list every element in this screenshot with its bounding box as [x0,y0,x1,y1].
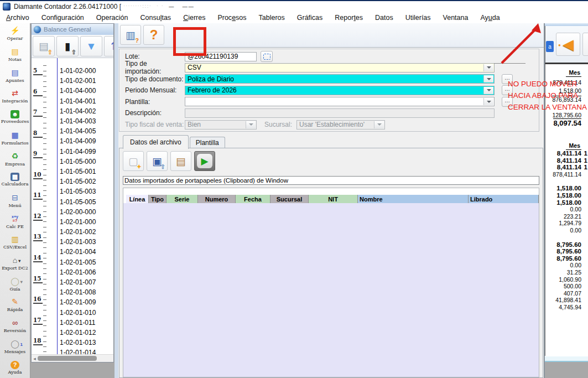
lote-selection-button[interactable] [261,51,273,62]
column-header-sucursal[interactable]: Sucursal [270,195,309,203]
save-template-button[interactable]: ▣⇧ [147,151,168,171]
account-row[interactable]: 1-01-04-000 [58,86,113,96]
account-row[interactable]: 1-02-01-011 [58,318,113,328]
tab-plantilla[interactable]: Plantilla [190,137,225,149]
plantilla-combobox[interactable] [185,97,495,106]
account-row[interactable]: 1-02-01-002 [58,227,113,237]
column-header-librado[interactable]: Librado [469,195,539,203]
usb-export-button[interactable]: ▮⇧ [56,36,79,56]
sidebar-item-reversion[interactable]: ∞Reversión [0,315,30,336]
view-help-button[interactable]: ▥? [120,25,141,45]
export-disk-button[interactable]: ▤⇧ [33,36,55,56]
account-row[interactable]: 1-01-04-001 [58,96,113,106]
nav-previous-2-button[interactable]: ◀ [582,33,588,56]
grid-body[interactable] [123,203,539,377]
nav-previous-button[interactable]: ◀● [556,33,580,56]
sidebar-item-operar[interactable]: ⚡Operar [0,23,30,44]
account-row[interactable]: 1-02-01-003 [58,237,113,247]
help-icon: ? [11,361,19,369]
periodo-mensual-combobox[interactable]: Febrero de 2026 [185,86,495,95]
sort-button[interactable]: ⇅2 [104,36,113,56]
tab-datos-del-archivo[interactable]: Datos del archivo [123,135,189,149]
tipo-importacion-combobox[interactable]: CSV [185,63,495,73]
paste-partial-button[interactable]: a [546,41,554,52]
chevron-down-icon[interactable] [483,98,493,105]
menu-item-consultas[interactable]: Consultas [134,14,178,22]
sidebar-item-guia[interactable]: ◯▾Guía [0,273,30,294]
account-row[interactable]: 1-02-01-006 [58,267,113,277]
sidebar-item-calculadora[interactable]: ▦Calculadora [0,169,30,190]
sidebar-item-ayuda[interactable]: ?Ayuda [0,357,30,378]
menu-item-reportes[interactable]: Reportes [329,14,369,22]
column-header-numero[interactable]: Numero [198,195,236,203]
scroll-left-icon[interactable]: ◂ [32,356,38,361]
account-row[interactable]: 1-01-04-003 [58,116,113,126]
menu-item-configuracion[interactable]: Configuración [35,14,90,22]
sidebar-item-export-dc2[interactable]: ⌂▾Export DC2 [0,253,30,274]
column-header-nombre[interactable]: Nombre [358,195,469,203]
chevron-down-icon[interactable] [483,64,493,71]
sidebar-item-apuntes[interactable]: ▤Apuntes [0,65,30,86]
account-row[interactable]: 1-02-01-009 [58,297,113,307]
menu-item-ventana[interactable]: Ventana [437,14,475,22]
column-header-fecha[interactable]: Fecha [236,195,270,203]
account-row[interactable]: 1-01-04-009 [58,136,113,146]
sidebar-item-empresa[interactable]: ♻Empresa [0,148,30,169]
sidebar-item-mensajes[interactable]: ◯1Mensajes [0,336,30,358]
account-row[interactable]: 1-02-01-013 [58,338,113,348]
menu-item-operacion[interactable]: Operación [90,14,134,22]
account-row[interactable]: 1-01-05-003 [58,187,113,196]
sidebar-item-menu[interactable]: ⊟Menú [0,190,30,211]
paste-clipboard-button[interactable]: ▤ [170,151,191,171]
menu-item-cierres[interactable]: Cierres [177,14,211,22]
account-row[interactable]: 1-01-05-002 [58,177,113,187]
account-row[interactable]: 1-01-05-001 [58,167,113,177]
account-row[interactable]: 1-01-05-005 [58,196,113,206]
new-template-button[interactable]: ▢✦ [123,151,144,171]
sidebar-item-formularios[interactable]: ▦Formularios [0,128,30,149]
account-row[interactable]: 1-02-00-000 [58,207,113,217]
menu-item-ayuda[interactable]: Ayuda [474,14,506,22]
sidebar-item-notas[interactable]: ▤Notas [0,44,30,65]
menu-item-utilerias[interactable]: Utilerías [399,14,437,22]
balance-general-titlebar[interactable]: Balance General [32,24,113,35]
account-row[interactable]: 1-01-02-000 [58,66,113,76]
run-import-button[interactable]: ▶ [194,151,215,171]
account-row[interactable]: 1-02-01-008 [58,287,113,297]
chevron-down-icon[interactable] [483,75,493,82]
sidebar-item-csv-excel[interactable]: ▥CSV/Excel [0,232,30,253]
tipo-documento-combobox[interactable]: Poliza de Diario [185,74,495,84]
menu-item-procesos[interactable]: Procesos [211,14,252,22]
sidebar-item-proveedores[interactable]: ☻Proveedores [0,107,30,128]
column-header-linea[interactable]: Línea [126,195,149,203]
account-row[interactable]: 1-02-01-012 [58,328,113,338]
menu-item-datos[interactable]: Datos [369,14,399,22]
sidebar-item-calc-fe[interactable]: x+y=?Calc FE [0,211,30,232]
scrollbar-thumb[interactable] [38,356,97,361]
account-row[interactable]: 1-02-01-007 [58,277,113,287]
account-row[interactable]: 1-02-01-010 [58,308,113,318]
horizontal-scrollbar[interactable]: ◂ [32,354,113,362]
account-row[interactable]: 1-02-01-005 [58,257,113,267]
menu-item-tableros[interactable]: Tableros [253,14,291,22]
account-row[interactable]: 1-01-04-099 [58,147,113,157]
account-row[interactable]: 1-01-05-000 [58,157,113,167]
help-button[interactable]: ? [143,25,164,45]
filter-button[interactable]: ▼ [80,36,102,56]
file-data-toolbar: ▢✦▣⇧▤▶ [123,151,215,171]
account-row[interactable]: 1-01-04-005 [58,126,113,136]
menu-item-archivo[interactable]: Archivo [0,14,35,22]
sidebar-item-rapida[interactable]: ✎Rápida [0,294,30,315]
account-row[interactable]: 1-02-01-000 [58,217,113,227]
column-header-tipo[interactable]: Tipo [149,195,166,203]
tipo-fiscal-label: Tipo fiscal de venta: [125,121,185,128]
column-header-nit[interactable]: NIT [309,195,358,203]
menu-item-graficas[interactable]: Gráficas [291,14,329,22]
chevron-down-icon[interactable] [483,87,493,94]
account-row[interactable]: 1-01-02-001 [58,76,113,86]
account-row[interactable]: 1-02-01-004 [58,247,113,257]
account-row[interactable]: 1-02-01-014 [58,348,113,354]
column-header-serie[interactable]: Serie [166,195,198,203]
sidebar-item-integracion[interactable]: ⇄Integración [0,86,30,107]
account-row[interactable]: 1-01-04-002 [58,106,113,116]
